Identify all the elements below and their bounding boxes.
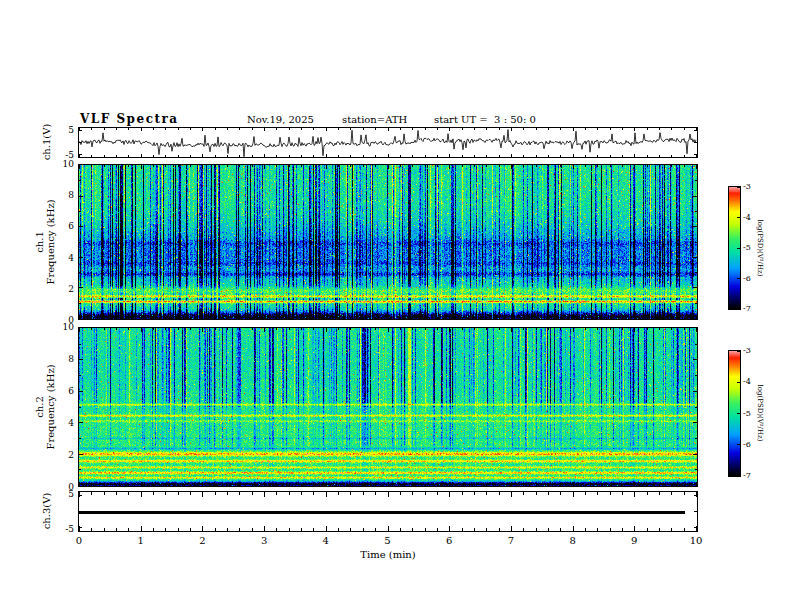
frequency-tick-label: 0 <box>48 482 74 492</box>
ch2-spectrogram-canvas <box>79 328 697 486</box>
frequency-tick-label: 8 <box>48 354 74 364</box>
time-tick-label: 5 <box>376 536 400 546</box>
ch3-waveform-panel <box>78 491 698 532</box>
vlf-spectra-figure: VLF Spectra Nov.19, 2025 station=ATH sta… <box>0 0 792 612</box>
frequency-tick-label: 4 <box>48 253 74 263</box>
ch2-frequency-axis-label: ch.2 Frequency (kHz) <box>34 364 56 449</box>
colorbar-tick-label: -7 <box>743 471 759 481</box>
ch1-waveform-canvas <box>79 128 697 157</box>
ch1-frequency-axis-label-channel: ch.1 <box>34 199 45 284</box>
time-tick-label: 7 <box>499 536 523 546</box>
colorbar-tick-label: -6 <box>743 440 759 450</box>
header-date: Nov.19, 2025 <box>247 114 314 125</box>
ch1-frequency-axis-label-unit: Frequency (kHz) <box>45 199 56 284</box>
colorbar-tick-label: -3 <box>743 346 759 356</box>
time-axis-label: Time (min) <box>78 549 698 560</box>
colorbar-tick-label: -5 <box>743 243 759 253</box>
colorbar-tick-label: -4 <box>743 213 759 223</box>
header-start-ut: start UT = 3 : 50: 0 <box>434 114 536 125</box>
frequency-tick-label: 4 <box>48 418 74 428</box>
colorbar-tick-label: -4 <box>743 377 759 387</box>
ch1-spectrogram-canvas <box>79 165 697 319</box>
time-tick-label: 6 <box>437 536 461 546</box>
frequency-tick-label: 2 <box>48 450 74 460</box>
ch1-frequency-axis-label: ch.1 Frequency (kHz) <box>34 199 56 284</box>
time-tick-label: 0 <box>67 536 91 546</box>
ch2-colorbar-canvas <box>729 351 740 476</box>
time-tick-label: 10 <box>684 536 708 546</box>
ch1-waveform-panel <box>78 127 698 158</box>
time-tick-label: 4 <box>314 536 338 546</box>
frequency-tick-label: 6 <box>48 386 74 396</box>
voltage-tick-label: 5 <box>48 125 74 135</box>
frequency-tick-label: 6 <box>48 221 74 231</box>
frequency-tick-label: 2 <box>48 284 74 294</box>
colorbar-tick-label: -3 <box>743 182 759 192</box>
frequency-tick-label: 8 <box>48 190 74 200</box>
ch2-colorbar <box>728 350 741 477</box>
time-tick-label: 9 <box>622 536 646 546</box>
ch1-colorbar <box>728 186 741 310</box>
time-tick-label: 1 <box>129 536 153 546</box>
ch2-frequency-axis-label-unit: Frequency (kHz) <box>45 364 56 449</box>
ch1-spectrogram-panel <box>78 164 698 320</box>
ch3-waveform-canvas <box>79 492 697 531</box>
plot-title: VLF Spectra <box>80 112 179 126</box>
frequency-tick-label: 10 <box>48 322 74 332</box>
colorbar-tick-label: -6 <box>743 274 759 284</box>
ch2-frequency-axis-label-channel: ch.2 <box>34 364 45 449</box>
colorbar-tick-label: -5 <box>743 409 759 419</box>
header-station: station=ATH <box>342 114 407 125</box>
frequency-tick-label: 10 <box>48 159 74 169</box>
voltage-tick-label: -5 <box>48 524 74 534</box>
colorbar-tick-label: -7 <box>743 304 759 314</box>
time-tick-label: 3 <box>252 536 276 546</box>
time-tick-label: 2 <box>190 536 214 546</box>
ch2-spectrogram-panel <box>78 327 698 487</box>
ch1-colorbar-canvas <box>729 187 740 309</box>
time-tick-label: 8 <box>561 536 585 546</box>
